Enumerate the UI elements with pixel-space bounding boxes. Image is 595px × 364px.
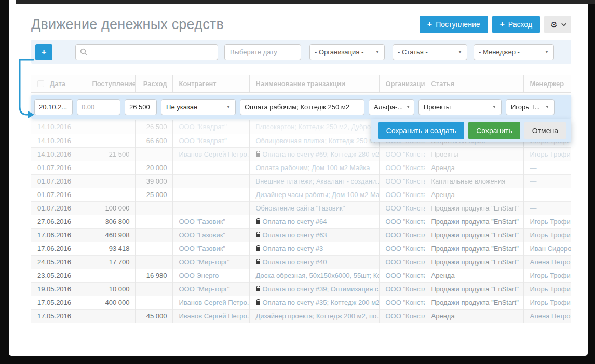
caret-down-icon: ▼ (226, 105, 231, 109)
table-row[interactable]: 14.10.2016 21 500 Иванов Сергей Петро...… (31, 147, 571, 161)
caret-down-icon: ▼ (492, 105, 496, 109)
edit-income-input[interactable] (77, 99, 120, 115)
gear-icon: ⚙ (550, 21, 557, 29)
cancel-button[interactable]: Отмена (524, 122, 566, 139)
cell-income (86, 269, 135, 282)
table-row[interactable]: 01.07.2016 20 000 Оплата рабочим; Дом 10… (31, 161, 571, 174)
cell-date: 01.07.2016 (31, 201, 86, 215)
cell-article: Продажи продукта "EnStart" (425, 282, 523, 296)
cell-expense (135, 201, 172, 215)
cell-article: Аренда (425, 161, 523, 174)
add-income-button[interactable]: + Поступление (420, 16, 488, 33)
article-filter-select[interactable]: - Статья - ▼ (393, 44, 467, 60)
cell-income: 400 000 (86, 296, 135, 309)
cell-expense (135, 296, 172, 309)
lock-icon (256, 301, 260, 305)
table-row[interactable]: 27.06.2016 306 800 ООО "Газовик" Оплата … (31, 215, 571, 228)
cell-date: 14.10.2016 (31, 120, 86, 134)
cell-manager: Игорь Трофи... (523, 296, 571, 309)
cell-transaction: Обновление сайта "Газовик" (249, 201, 379, 215)
table-row[interactable]: 17.06.2016 460 908 ООО "Газовик" Оплата … (31, 228, 571, 242)
caret-down-icon: ▼ (545, 105, 549, 109)
add-expense-button[interactable]: + Расход (492, 16, 540, 33)
table-row[interactable]: 01.07.2016 100 000 Обновление сайта "Газ… (31, 201, 571, 215)
cell-organization: ООО "Конста... (379, 201, 425, 215)
cell-contragent: ООО "Квадрат" (172, 134, 249, 147)
select-all-checkbox[interactable] (37, 80, 44, 87)
edit-article-select[interactable]: Проекты ▼ (418, 99, 502, 115)
chevron-down-icon (561, 21, 566, 26)
cell-manager: Игорь Трофи... (523, 215, 571, 228)
cell-income: 460 908 (86, 228, 135, 242)
cell-transaction: Внешние платежи; Акваланг - создани... (249, 174, 379, 188)
plus-icon: + (427, 20, 432, 29)
save-button[interactable]: Сохранить (468, 122, 520, 139)
table-row[interactable]: 19.05.2016 10 000 ООО "Мир-торг" Оплата … (31, 282, 571, 296)
table-row[interactable]: 24.05.2016 17 700 ООО "Мир-торг" Оплата … (31, 255, 571, 269)
cell-contragent: ООО "Газовик" (172, 215, 249, 228)
cell-organization: ООО "Конста... (379, 147, 425, 161)
table-row[interactable]: 17.05.2016 45 000 Иванов Сергей Петро...… (31, 309, 571, 323)
cell-article: Продажи продукта "EnStart" (425, 296, 523, 309)
edit-expense-input[interactable] (125, 99, 157, 115)
edit-date-input[interactable] (34, 99, 73, 115)
cell-transaction: Оплата по счету #69; Коттедж 280 м2,... (249, 147, 379, 161)
search-icon (80, 48, 87, 58)
cell-article: Продажи продукта "EnStart" (425, 201, 523, 215)
cell-expense: 20 000 (135, 161, 172, 174)
cell-transaction: Облицовочная плитка; Коттедж 250 м2... (249, 134, 379, 147)
cell-date: 17.06.2016 (31, 228, 86, 242)
cell-income (86, 120, 135, 134)
lock-icon (256, 153, 260, 157)
cell-contragent (172, 188, 249, 201)
cell-transaction: Дизайнер часы работы; Дом 100 м2 Ма... (249, 188, 379, 201)
browser-chrome-strip (16, 0, 595, 4)
cell-date: 27.06.2016 (31, 215, 86, 228)
table-row[interactable]: 17.06.2016 93 418 ООО "Газовик" Оплата п… (31, 242, 571, 255)
table-row[interactable]: 17.05.2016 400 000 Иванов Сергей Петро..… (31, 296, 571, 309)
lock-icon (256, 220, 260, 224)
cell-contragent: Иванов Сергей Петро... (172, 296, 249, 309)
table-row[interactable]: 01.07.2016 39 000 Внешние платежи; Аквал… (31, 174, 571, 188)
table-row[interactable]: 01.07.2016 25 000 Дизайнер часы работы; … (31, 188, 571, 201)
lock-icon (256, 234, 260, 237)
header-transaction: Наименование транзакции (249, 75, 379, 93)
edit-manager-select[interactable]: Игорь Т... ▼ (506, 99, 555, 115)
transactions-table-header: Дата Поступление Расход Контрагент Наиме… (31, 75, 571, 93)
cell-expense: 66 600 (135, 134, 172, 147)
filter-bar: + - Организация - ▼ - Статья - ▼ - Менед… (31, 40, 571, 64)
table-row[interactable]: 23.05.2016 16 980 ООО Энерго Доска обрез… (31, 269, 571, 282)
cell-expense (135, 147, 172, 161)
lock-icon (256, 261, 260, 264)
cell-manager: — (523, 161, 571, 174)
page-header: Движение денежных средств + Поступление … (31, 16, 571, 33)
organization-filter-select[interactable]: - Организация - ▼ (309, 44, 385, 60)
cell-transaction: Гипсокартон; Коттедж 250 м2, Дубровка (249, 120, 379, 134)
cell-manager: — (523, 201, 571, 215)
cell-manager: Алена Петро ... (523, 309, 571, 323)
cell-transaction: Оплата по счету #3 (249, 242, 379, 255)
date-filter-input[interactable] (224, 44, 301, 60)
settings-dropdown-button[interactable]: ⚙ (544, 16, 571, 33)
search-input[interactable] (75, 44, 218, 60)
cell-contragent: ООО Энерго (172, 269, 249, 282)
cell-manager: Игорь Трофи... (523, 269, 571, 282)
lock-icon (256, 247, 260, 251)
cell-manager: Алена Петро ... (523, 255, 571, 269)
cell-date: 23.05.2016 (31, 269, 86, 282)
cell-income (86, 188, 135, 201)
cell-manager: Игорь Трофи... (523, 228, 571, 242)
edit-organization-select[interactable]: Альфа-... ▼ (369, 99, 414, 115)
edit-contragent-select[interactable]: Не указан ▼ (161, 99, 236, 115)
cell-manager: Иван Сидоров (523, 242, 571, 255)
edit-transaction-input[interactable] (240, 99, 364, 115)
cell-article: Аренда (425, 309, 523, 323)
cell-article: Аренда (425, 269, 523, 282)
manager-filter-select[interactable]: - Менеджер - ▼ (474, 44, 554, 60)
cell-manager: Игорь Трофи... (523, 147, 571, 161)
cell-expense: 26 500 (135, 120, 172, 134)
add-transaction-button[interactable]: + (35, 44, 52, 60)
cell-date: 01.07.2016 (31, 174, 86, 188)
save-and-create-button[interactable]: Сохранить и создать (378, 122, 464, 139)
cell-expense (135, 215, 172, 228)
